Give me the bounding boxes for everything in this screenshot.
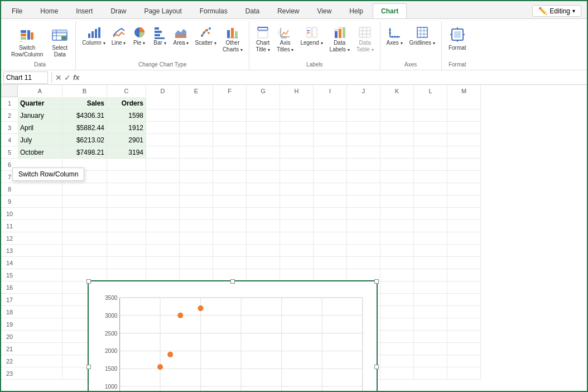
table-cell[interactable] — [314, 257, 347, 269]
gridlines-button[interactable]: Gridlines ▾ — [407, 23, 438, 49]
table-cell[interactable] — [414, 245, 447, 257]
table-cell[interactable] — [414, 367, 447, 380]
table-cell[interactable] — [380, 171, 414, 183]
table-cell[interactable] — [280, 159, 314, 171]
table-cell[interactable] — [447, 367, 481, 380]
table-cell[interactable] — [447, 257, 481, 269]
table-cell[interactable] — [213, 134, 247, 146]
table-cell[interactable]: April — [18, 122, 62, 134]
table-cell[interactable] — [447, 294, 481, 306]
table-cell[interactable] — [447, 183, 481, 195]
table-cell[interactable] — [280, 134, 314, 146]
table-cell[interactable] — [18, 318, 62, 331]
table-cell[interactable] — [447, 245, 481, 257]
table-cell[interactable] — [18, 281, 62, 294]
table-cell[interactable]: Quarter — [18, 97, 62, 109]
scatter-chart-button[interactable]: Scatter ▾ — [192, 23, 219, 49]
table-cell[interactable] — [280, 232, 314, 245]
tab-page-layout[interactable]: Page Layout — [136, 3, 190, 18]
table-cell[interactable] — [280, 171, 314, 183]
line-chart-button[interactable]: Line ▾ — [109, 23, 129, 49]
table-cell[interactable] — [18, 208, 62, 220]
table-cell[interactable] — [447, 355, 481, 367]
table-cell[interactable] — [213, 109, 247, 122]
tab-insert[interactable]: Insert — [68, 3, 101, 18]
table-cell[interactable] — [180, 208, 213, 220]
table-cell[interactable] — [146, 257, 180, 269]
table-cell[interactable] — [247, 257, 280, 269]
table-cell[interactable] — [18, 343, 62, 355]
table-cell[interactable] — [247, 159, 280, 171]
table-cell[interactable] — [107, 245, 146, 257]
table-cell[interactable] — [107, 183, 146, 195]
table-cell[interactable] — [146, 220, 180, 232]
table-cell[interactable] — [447, 318, 481, 331]
table-cell[interactable]: 1598 — [107, 109, 146, 122]
table-cell[interactable]: 1912 — [107, 122, 146, 134]
chart-handle-tm[interactable] — [230, 279, 235, 284]
table-cell[interactable] — [314, 97, 347, 109]
table-cell[interactable] — [62, 208, 107, 220]
table-cell[interactable] — [414, 343, 447, 355]
bar-chart-button[interactable]: Bar ▾ — [150, 23, 170, 49]
table-cell[interactable] — [213, 195, 247, 208]
table-cell[interactable] — [213, 220, 247, 232]
axes-button[interactable]: Axes ▾ — [384, 23, 406, 49]
table-cell[interactable] — [213, 245, 247, 257]
table-cell[interactable] — [347, 183, 380, 195]
table-cell[interactable] — [180, 195, 213, 208]
table-cell[interactable]: $5882.44 — [62, 122, 107, 134]
table-cell[interactable] — [380, 257, 414, 269]
table-cell[interactable] — [447, 331, 481, 343]
confirm-formula-icon[interactable]: ✓ — [64, 73, 71, 82]
table-cell[interactable] — [380, 318, 414, 331]
table-cell[interactable] — [247, 208, 280, 220]
tab-data[interactable]: Data — [237, 3, 268, 18]
table-cell[interactable] — [447, 109, 481, 122]
tab-chart[interactable]: Chart — [373, 3, 407, 18]
table-cell[interactable] — [18, 306, 62, 318]
table-cell[interactable]: $7498.21 — [62, 146, 107, 159]
table-cell[interactable] — [213, 269, 247, 281]
table-cell[interactable] — [447, 195, 481, 208]
table-cell[interactable] — [247, 171, 280, 183]
table-cell[interactable] — [213, 122, 247, 134]
table-cell[interactable] — [347, 257, 380, 269]
axis-titles-button[interactable]: Axis Axis AxisTitles ▾ — [274, 23, 296, 55]
table-cell[interactable] — [447, 171, 481, 183]
table-cell[interactable] — [146, 232, 180, 245]
table-cell[interactable] — [146, 245, 180, 257]
formula-input[interactable] — [82, 73, 585, 83]
table-cell[interactable] — [447, 97, 481, 109]
table-cell[interactable] — [447, 269, 481, 281]
table-cell[interactable] — [213, 146, 247, 159]
table-cell[interactable] — [414, 134, 447, 146]
table-cell[interactable] — [347, 245, 380, 257]
table-cell[interactable] — [213, 232, 247, 245]
table-cell[interactable] — [247, 134, 280, 146]
chart-handle-tr[interactable] — [374, 279, 379, 284]
table-cell[interactable]: 2901 — [107, 134, 146, 146]
table-cell[interactable] — [314, 220, 347, 232]
table-cell[interactable]: Sales — [62, 97, 107, 109]
table-cell[interactable] — [380, 97, 414, 109]
table-cell[interactable] — [447, 220, 481, 232]
table-cell[interactable] — [347, 146, 380, 159]
table-cell[interactable] — [414, 331, 447, 343]
table-cell[interactable] — [180, 183, 213, 195]
table-cell[interactable] — [280, 220, 314, 232]
table-cell[interactable] — [213, 183, 247, 195]
select-data-button[interactable]: SelectData — [47, 23, 72, 60]
table-cell[interactable] — [18, 294, 62, 306]
table-cell[interactable] — [146, 159, 180, 171]
table-cell[interactable] — [414, 269, 447, 281]
table-cell[interactable] — [380, 109, 414, 122]
table-cell[interactable] — [62, 257, 107, 269]
table-cell[interactable] — [414, 257, 447, 269]
table-cell[interactable] — [18, 331, 62, 343]
table-cell[interactable] — [18, 220, 62, 232]
table-cell[interactable] — [414, 294, 447, 306]
table-cell[interactable] — [414, 220, 447, 232]
area-chart-button[interactable]: Area ▾ — [171, 23, 192, 49]
table-cell[interactable] — [414, 355, 447, 367]
